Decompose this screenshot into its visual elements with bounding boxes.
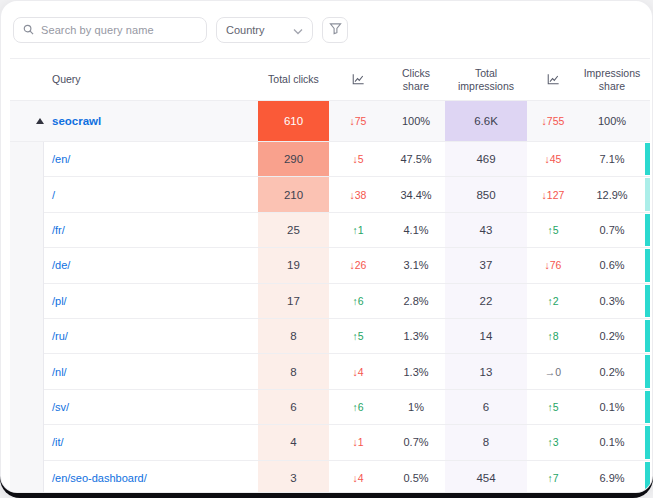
query-link[interactable]: /pl/	[52, 295, 67, 307]
query-cell: /fr/	[10, 213, 258, 247]
query-link[interactable]: /en/	[52, 153, 70, 165]
toolbar: Search by query name Country	[1, 1, 652, 43]
clicks-trend-value: ↑6	[329, 390, 387, 424]
column-header-total-clicks[interactable]: Total clicks	[258, 59, 329, 100]
filter-button[interactable]	[322, 17, 348, 43]
impressions-share-value: 100%	[579, 101, 645, 141]
clicks-share-value: 2.8%	[387, 284, 445, 318]
column-header-clicks-share[interactable]: Clicks share	[387, 59, 445, 100]
edge-heat-bar	[645, 391, 650, 423]
query-cell: /it/	[10, 425, 258, 459]
impressions-share-value: 0.2%	[579, 319, 645, 353]
total-clicks-cell: 6	[258, 390, 329, 424]
total-impressions-cell: 14	[445, 319, 527, 353]
impressions-share-value: 0.1%	[579, 425, 645, 459]
total-clicks-cell: 290	[258, 142, 329, 176]
total-impressions-cell: 8	[445, 425, 527, 459]
queries-table: Query Total clicks Clicks share Total im…	[10, 58, 650, 492]
query-link[interactable]: seocrawl	[52, 115, 101, 127]
clicks-trend-value: ↓26	[329, 248, 387, 282]
table-header: Query Total clicks Clicks share Total im…	[10, 58, 650, 101]
clicks-trend-chart-icon	[329, 59, 387, 100]
clicks-trend-value: ↑6	[329, 284, 387, 318]
table-row: /pl/ 17 ↑6 2.8% 22 ↑2 0.3%	[10, 284, 650, 319]
impressions-share-value: 0.1%	[579, 390, 645, 424]
column-header-impressions-share[interactable]: Impressions share	[579, 59, 645, 100]
clicks-trend-value: ↑1	[329, 213, 387, 247]
query-link[interactable]: /it/	[52, 436, 64, 448]
table-row: /en/seo-dashboard/ 3 ↓4 0.5% 454 ↑7 6.9%	[10, 461, 650, 492]
query-link[interactable]: /	[52, 189, 55, 201]
total-clicks-cell: 3	[258, 461, 329, 492]
impressions-trend-value: ↑7	[527, 461, 579, 492]
impressions-trend-value: →0	[527, 354, 579, 388]
edge-heat-bar	[645, 426, 650, 458]
query-cell: /pl/	[10, 284, 258, 318]
edge-heat-bar	[645, 249, 650, 281]
clicks-share-value: 1.3%	[387, 319, 445, 353]
edge-heat-bar	[645, 178, 650, 210]
queries-panel: Search by query name Country Query Total…	[1, 1, 652, 492]
clicks-trend-value: ↑5	[329, 319, 387, 353]
clicks-share-value: 100%	[387, 101, 445, 141]
table-row: /fr/ 25 ↑1 4.1% 43 ↑5 0.7%	[10, 213, 650, 248]
impressions-trend-value: ↑5	[527, 213, 579, 247]
edge-heat-bar	[645, 143, 650, 175]
query-link[interactable]: /ru/	[52, 330, 68, 342]
total-impressions-cell: 6	[445, 390, 527, 424]
total-clicks-cell: 210	[258, 177, 329, 211]
table-body: seocrawl 610 ↓75 100% 6.6K ↓755 100% /en…	[10, 101, 650, 492]
impressions-trend-value: ↑3	[527, 425, 579, 459]
impressions-share-value: 0.7%	[579, 213, 645, 247]
impressions-trend-value: ↑2	[527, 284, 579, 318]
query-cell: /de/	[10, 248, 258, 282]
column-header-query[interactable]: Query	[10, 59, 258, 100]
impressions-share-value: 12.9%	[579, 177, 645, 211]
total-clicks-cell: 25	[258, 213, 329, 247]
total-impressions-cell: 13	[445, 354, 527, 388]
impressions-share-value: 0.3%	[579, 284, 645, 318]
table-row: /nl/ 8 ↓4 1.3% 13 →0 0.2%	[10, 354, 650, 389]
clicks-trend-value: ↓4	[329, 354, 387, 388]
query-link[interactable]: /fr/	[52, 224, 65, 236]
search-input[interactable]: Search by query name	[13, 17, 207, 43]
table-row: seocrawl 610 ↓75 100% 6.6K ↓755 100%	[10, 101, 650, 142]
edge-heat-bar	[645, 355, 650, 387]
search-placeholder: Search by query name	[41, 24, 154, 36]
impressions-trend-value: ↓127	[527, 177, 579, 211]
query-cell: /nl/	[10, 354, 258, 388]
country-dropdown[interactable]: Country	[216, 17, 313, 43]
collapse-caret-icon[interactable]	[36, 118, 44, 124]
query-link[interactable]: /de/	[52, 259, 70, 271]
clicks-share-value: 34.4%	[387, 177, 445, 211]
total-clicks-cell: 17	[258, 284, 329, 318]
query-link[interactable]: /nl/	[52, 366, 67, 378]
column-header-total-impressions[interactable]: Total impressions	[445, 59, 527, 100]
impressions-trend-value: ↓755	[527, 101, 579, 141]
impressions-trend-value: ↓45	[527, 142, 579, 176]
query-cell: /en/seo-dashboard/	[10, 461, 258, 492]
clicks-share-value: 1%	[387, 390, 445, 424]
table-row: /ru/ 8 ↑5 1.3% 14 ↑8 0.2%	[10, 319, 650, 354]
total-clicks-cell: 4	[258, 425, 329, 459]
clicks-share-value: 1.3%	[387, 354, 445, 388]
query-link[interactable]: /sv/	[52, 401, 69, 413]
query-cell: /sv/	[10, 390, 258, 424]
query-cell: /en/	[10, 142, 258, 176]
impressions-share-value: 7.1%	[579, 142, 645, 176]
clicks-share-value: 0.7%	[387, 425, 445, 459]
table-row: / 210 ↓38 34.4% 850 ↓127 12.9%	[10, 177, 650, 212]
total-clicks-cell: 610	[258, 101, 329, 141]
query-cell: /ru/	[10, 319, 258, 353]
impressions-trend-value: ↓76	[527, 248, 579, 282]
clicks-trend-value: ↓4	[329, 461, 387, 492]
search-icon	[23, 21, 34, 39]
clicks-trend-value: ↓5	[329, 142, 387, 176]
clicks-share-value: 4.1%	[387, 213, 445, 247]
impressions-share-value: 0.2%	[579, 354, 645, 388]
chevron-down-icon	[293, 21, 303, 39]
query-link[interactable]: /en/seo-dashboard/	[52, 472, 147, 484]
clicks-trend-value: ↓75	[329, 101, 387, 141]
clicks-trend-value: ↓38	[329, 177, 387, 211]
total-clicks-cell: 19	[258, 248, 329, 282]
